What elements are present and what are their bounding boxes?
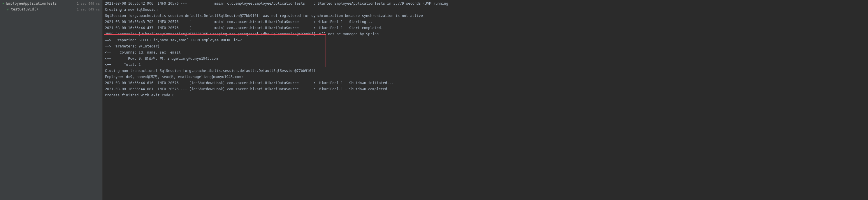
console-line: ==> Parameters: 9(Integer) bbox=[105, 43, 866, 49]
console-line: 2021-08-08 16:56:44.616 INFO 20576 --- [… bbox=[105, 80, 866, 86]
console-line: JDBC Connection [HikariProxyConnection@1… bbox=[105, 31, 866, 37]
console-line: ==> Preparing: SELECT id,name,sex,email … bbox=[105, 37, 866, 43]
console-line: 2021-08-08 16:56:44.681 INFO 20576 --- [… bbox=[105, 86, 866, 92]
console-line: Employee(id=9, name=诸葛亮, sex=男, email=zh… bbox=[105, 74, 866, 80]
console-line: Creating a new SqlSession bbox=[105, 7, 866, 13]
console-line: 2021-08-08 16:56:43.702 INFO 20576 --- [… bbox=[105, 19, 866, 25]
test-child-item[interactable]: ✔ testGetById() 1 sec 649 ms bbox=[0, 6, 102, 12]
test-root-time: 1 sec 649 ms bbox=[77, 2, 100, 5]
test-root-name: EmployeeApplicationTests bbox=[6, 1, 76, 5]
console-line: Closing non transactional SqlSession [or… bbox=[105, 68, 866, 74]
console-line: <== Columns: id, name, sex, email bbox=[105, 49, 866, 56]
console-line: 2021-08-08 16:56:42.906 INFO 20576 --- [… bbox=[105, 1, 866, 7]
check-icon: ✔ bbox=[7, 7, 9, 11]
test-results-panel: ✔ EmployeeApplicationTests 1 sec 649 ms … bbox=[0, 0, 102, 200]
test-child-time: 1 sec 649 ms bbox=[77, 7, 100, 11]
console-line: Process finished with exit code 0 bbox=[105, 92, 866, 98]
console-line: SqlSession [org.apache.ibatis.session.de… bbox=[105, 13, 866, 19]
console-output-panel[interactable]: 2021-08-08 16:56:42.906 INFO 20576 --- [… bbox=[102, 0, 868, 200]
test-root-item[interactable]: ✔ EmployeeApplicationTests 1 sec 649 ms bbox=[0, 1, 102, 6]
console-line: <== Row: 9, 诸葛亮, 男, zhugeliang@cunyu1943… bbox=[105, 56, 866, 62]
test-child-name: testGetById() bbox=[11, 7, 76, 11]
console-line: 2021-08-08 16:56:44.437 INFO 20576 --- [… bbox=[105, 25, 866, 31]
check-icon: ✔ bbox=[2, 1, 4, 5]
console-line: <== Total: 1 bbox=[105, 62, 866, 68]
